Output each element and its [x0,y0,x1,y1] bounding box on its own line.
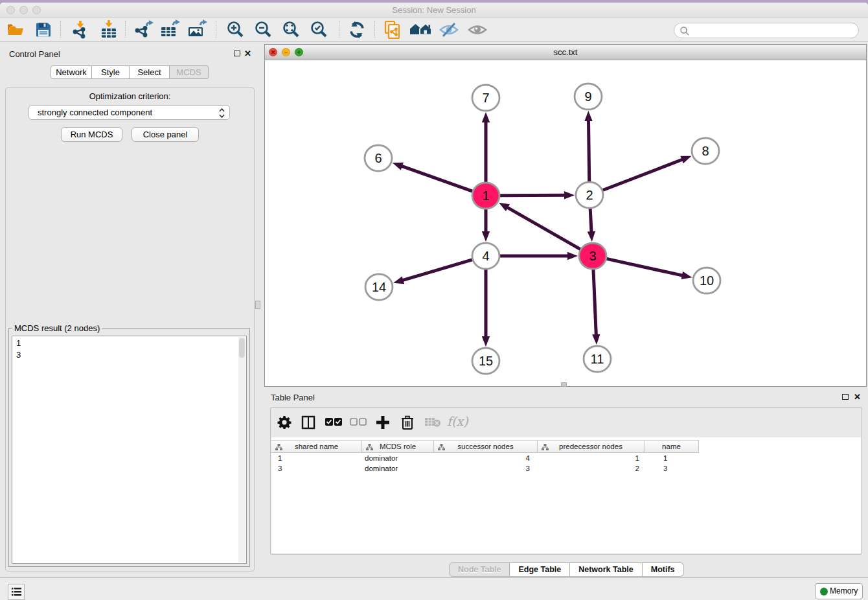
network-file-icon[interactable] [382,19,403,43]
control-panel-float-button[interactable] [234,51,240,56]
edge-3-11[interactable] [593,270,596,336]
edge-2-9[interactable] [588,120,589,181]
toolbar-separator [216,21,216,38]
column-header-MCDS-role[interactable]: MCDS role [362,440,434,453]
column-header-successor-nodes[interactable]: successor nodes [434,440,538,453]
houses-icon[interactable] [409,19,433,43]
export-network-icon[interactable] [133,19,155,43]
node-label-6: 6 [374,151,382,165]
deselect-all-icon[interactable] [350,418,367,430]
node-label-4: 4 [482,249,489,263]
zoom-out-icon[interactable] [253,19,274,43]
horizontal-splitter-handle[interactable] [561,382,567,387]
close-panel-button[interactable]: Close panel [131,127,199,142]
edge-3-1[interactable] [507,207,580,249]
table-panel-close-button[interactable]: ✕ [854,394,861,400]
edge-2-3[interactable] [590,209,591,233]
edge-2-8[interactable] [603,159,683,190]
column-type-icon [542,444,549,451]
mcds-result-textarea[interactable]: 1 3 [12,336,247,564]
export-image-icon[interactable] [187,19,209,43]
task-history-button[interactable] [8,584,25,600]
edge-arrowhead [482,231,490,242]
delete-table-icon[interactable] [424,417,441,430]
tab-network[interactable]: Network [51,65,92,79]
network-window-title: scc.txt [265,47,866,57]
mcds-result-title: MCDS result (2 nodes) [12,323,102,333]
run-mcds-button[interactable]: Run MCDS [61,127,122,142]
column-header-predecessor-nodes[interactable]: predecessor nodes [538,440,645,453]
table-panel-content: f(x) shared nameMCDS rolesuccessor nodes… [270,407,862,555]
zoom-fit-icon[interactable] [281,19,302,43]
edge-4-14[interactable] [402,260,472,281]
node-label-2: 2 [586,188,593,202]
cell-MCDS-role: dominator [362,454,434,462]
open-folder-icon[interactable] [6,19,26,43]
node-label-15: 15 [479,354,493,368]
search-icon [680,26,690,36]
edge-3-10[interactable] [607,259,683,275]
zoom-in-icon[interactable] [225,19,246,43]
refresh-icon[interactable] [347,19,367,43]
cell-name: 3 [645,465,699,472]
cell-successor-nodes: 3 [434,465,538,472]
edge-1-2[interactable] [500,195,565,196]
toolbar-separator [339,21,339,38]
export-table-icon[interactable] [159,19,181,43]
column-layout-icon[interactable] [301,415,316,433]
toolbar-separator [374,21,375,38]
eye-icon[interactable] [466,19,488,43]
column-header-name[interactable]: name [645,440,699,453]
save-icon[interactable] [34,19,53,43]
result-scrollbar[interactable] [238,337,246,562]
criterion-select[interactable]: strongly connected component [29,105,230,120]
edge-arrowhead [391,159,404,170]
edge-arrowhead [584,111,593,121]
tab-motifs[interactable]: Motifs [643,562,684,577]
control-panel-title: Control Panel [9,49,60,59]
select-all-icon[interactable] [325,418,342,430]
edge-arrowhead [592,334,600,345]
node-label-7: 7 [482,91,489,105]
network-canvas[interactable]: 7968124314101511 [265,60,866,386]
settings-gear-icon[interactable] [277,415,291,432]
main-toolbar [0,17,868,42]
cell-shared-name: 1 [271,454,362,462]
optimization-criterion-label: Optimization criterion: [0,91,260,101]
import-network-icon[interactable] [70,19,91,43]
cell-name: 1 [645,454,699,462]
node-table: shared nameMCDS rolesuccessor nodesprede… [271,437,861,553]
column-header-shared-name[interactable]: shared name [271,440,362,453]
status-bar: Memory [0,577,868,600]
search-input[interactable] [674,23,859,38]
vertical-splitter-handle[interactable] [255,301,260,309]
table-toolbar: f(x) [271,408,862,437]
eye-slash-icon[interactable] [438,19,460,43]
cell-shared-name: 3 [271,465,362,472]
zoom-selected-icon[interactable] [309,19,330,43]
network-window-titlebar: ✕ − + scc.txt [265,45,866,60]
table-panel-tabs: Node TableEdge TableNetwork TableMotifs [449,562,684,577]
window-title: Session: New Session [0,5,868,15]
column-type-icon [438,444,445,451]
delete-column-icon[interactable] [400,414,415,433]
tab-mcds[interactable]: MCDS [170,65,209,79]
tab-select[interactable]: Select [130,65,170,79]
edge-arrowhead [680,152,692,163]
table-panel-float-button[interactable] [842,394,849,400]
function-builder-icon[interactable]: f(x) [447,414,468,428]
import-table-icon[interactable] [98,19,119,43]
tab-network-table[interactable]: Network Table [570,562,643,577]
tab-style[interactable]: Style [92,65,130,79]
node-label-14: 14 [372,280,386,294]
add-column-icon[interactable] [374,414,391,433]
memory-button[interactable]: Memory [815,583,863,599]
cell-predecessor-nodes: 2 [538,465,645,472]
control-panel-close-button[interactable]: ✕ [244,51,251,57]
app-titlebar: Session: New Session [0,3,868,17]
tab-node-table[interactable]: Node Table [449,562,510,577]
edge-1-6[interactable] [401,166,472,191]
cell-predecessor-nodes: 1 [538,454,645,462]
tab-edge-table[interactable]: Edge Table [510,562,570,577]
toolbar-separator [125,21,126,38]
